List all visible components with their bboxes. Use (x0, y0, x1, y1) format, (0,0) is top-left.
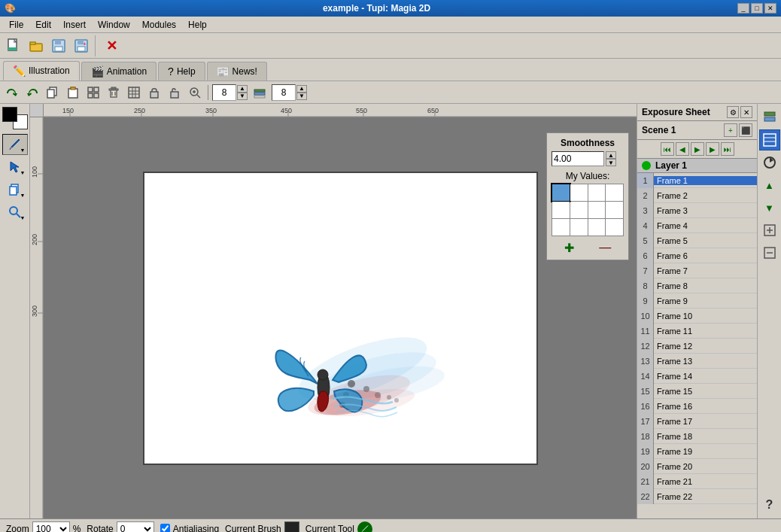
menu-edit[interactable]: Edit (29, 18, 57, 32)
tab-news[interactable]: 📰 News! (207, 62, 267, 81)
layer-spin-down[interactable]: ▼ (237, 93, 248, 100)
pen-tool[interactable]: ▼ (2, 134, 28, 155)
tab-illustration[interactable]: ✏️ Illustration (3, 61, 80, 81)
drawing-canvas[interactable] (143, 172, 538, 465)
frame-row[interactable]: 2Frame 2 (637, 188, 757, 203)
new-button[interactable] (3, 35, 24, 56)
copy-btn[interactable] (44, 84, 62, 102)
redo-btn[interactable] (23, 84, 41, 102)
tab-help[interactable]: ? Help (158, 62, 205, 81)
rotate-select[interactable]: 0 90 180 270 (117, 521, 154, 533)
smoothness-up[interactable]: ▲ (606, 151, 616, 159)
frame-row[interactable]: 20Frame 20 (637, 459, 757, 474)
frame-lock-btn[interactable] (145, 84, 163, 102)
select-tool[interactable]: ▼ (2, 157, 28, 178)
frame-row[interactable]: 14Frame 14 (637, 369, 757, 384)
frame-row[interactable]: 6Frame 6 (637, 248, 757, 263)
color-cell-3[interactable] (588, 184, 606, 201)
frame-spin-input[interactable]: 8 (272, 84, 296, 101)
menu-window[interactable]: Window (92, 18, 136, 32)
smoothness-down[interactable]: ▼ (606, 159, 616, 166)
frame-spin-down[interactable]: ▼ (296, 93, 307, 100)
zoom-select[interactable]: 100 75 50 150 200 (32, 521, 70, 533)
far-right-exposure[interactable] (759, 129, 780, 150)
add-scene-button[interactable]: + (724, 123, 737, 137)
frame-row[interactable]: 10Frame 10 (637, 309, 757, 324)
tl-next[interactable]: ▶ (706, 142, 719, 156)
frame-row[interactable]: 15Frame 15 (637, 384, 757, 399)
frames-list[interactable]: 1Frame 12Frame 23Frame 34Frame 45Frame 5… (637, 173, 757, 518)
saveas-button[interactable]: + (71, 35, 92, 56)
menu-file[interactable]: File (3, 18, 29, 32)
frame-row[interactable]: 11Frame 11 (637, 324, 757, 339)
undo-btn[interactable] (3, 84, 21, 102)
far-right-layers[interactable] (759, 107, 780, 128)
grid-btn[interactable] (125, 84, 143, 102)
far-right-remove[interactable] (759, 242, 780, 263)
maximize-button[interactable]: □ (751, 3, 763, 14)
color-cell-10[interactable] (570, 219, 588, 236)
frame-row[interactable]: 3Frame 3 (637, 203, 757, 218)
menu-modules[interactable]: Modules (136, 18, 182, 32)
color-cell-12[interactable] (606, 219, 623, 236)
color-cell-8[interactable] (606, 202, 623, 218)
menu-help[interactable]: Help (182, 18, 213, 32)
scene-btn2[interactable]: ⬛ (739, 123, 752, 137)
frame-row[interactable]: 8Frame 8 (637, 278, 757, 293)
far-right-help[interactable]: ? (759, 494, 780, 515)
frame-row[interactable]: 16Frame 16 (637, 399, 757, 414)
frame-row[interactable]: 13Frame 13 (637, 354, 757, 369)
exposure-settings-button[interactable]: ⚙ (727, 106, 739, 118)
close-doc-button[interactable]: ✕ (101, 35, 122, 56)
frame-row[interactable]: 5Frame 5 (637, 233, 757, 248)
tl-play[interactable]: ▶ (691, 142, 704, 156)
tl-end[interactable]: ⏭ (721, 142, 734, 156)
color-cell-7[interactable] (588, 202, 606, 218)
save-button[interactable] (48, 35, 69, 56)
paste-btn[interactable] (64, 84, 82, 102)
minimize-button[interactable]: _ (737, 3, 749, 14)
far-right-scenes[interactable] (759, 152, 780, 173)
far-right-down[interactable]: ▼ (759, 197, 780, 218)
frame-row[interactable]: 21Frame 21 (637, 474, 757, 489)
remove-value-button[interactable]: — (599, 241, 611, 255)
color-cell-1[interactable] (552, 184, 570, 201)
layer-spin-input[interactable]: 8 (212, 84, 236, 101)
tl-rewind[interactable]: ⏮ (661, 142, 674, 156)
frame-row[interactable]: 1Frame 1 (637, 173, 757, 188)
frame-row[interactable]: 7Frame 7 (637, 263, 757, 278)
far-right-add[interactable] (759, 220, 780, 241)
group-btn[interactable] (84, 84, 102, 102)
frame-row[interactable]: 22Frame 22 (637, 489, 757, 504)
frame-row[interactable]: 9Frame 9 (637, 293, 757, 309)
frame-row[interactable]: 4Frame 4 (637, 218, 757, 233)
color-cell-11[interactable] (588, 219, 606, 236)
open-button[interactable] (26, 35, 47, 56)
menu-insert[interactable]: Insert (57, 18, 92, 32)
fg-color-swatch[interactable] (2, 107, 17, 122)
tab-animation[interactable]: 🎬 Animation (81, 62, 157, 81)
canvas-container[interactable]: Smoothness ▲ ▼ My Values: (44, 117, 637, 518)
exposure-close-button[interactable]: ✕ (740, 106, 752, 118)
tl-prev[interactable]: ◀ (676, 142, 689, 156)
frame-unlock-btn[interactable] (166, 84, 184, 102)
color-cell-9[interactable] (552, 219, 570, 236)
antialiasing-checkbox[interactable] (160, 524, 170, 532)
color-cell-5[interactable] (552, 202, 570, 218)
color-cell-2[interactable] (570, 184, 588, 201)
add-value-button[interactable]: ✚ (564, 241, 574, 255)
color-cell-4[interactable] (606, 184, 623, 201)
search-tool[interactable]: ▼ (2, 202, 28, 223)
color-cell-6[interactable] (570, 202, 588, 218)
frame-row[interactable]: 12Frame 12 (637, 339, 757, 354)
frame-row[interactable]: 17Frame 17 (637, 414, 757, 429)
zoom-in-btn[interactable] (186, 84, 204, 102)
layer-spin-up[interactable]: ▲ (237, 85, 248, 93)
frame-row[interactable]: 19Frame 19 (637, 444, 757, 459)
copy-tool[interactable]: ▼ (2, 179, 28, 200)
far-right-up[interactable]: ▲ (759, 175, 780, 196)
close-button[interactable]: ✕ (764, 3, 776, 14)
brush-preview[interactable] (284, 521, 299, 533)
frame-row[interactable]: 18Frame 18 (637, 429, 757, 444)
smoothness-input[interactable] (552, 151, 604, 166)
